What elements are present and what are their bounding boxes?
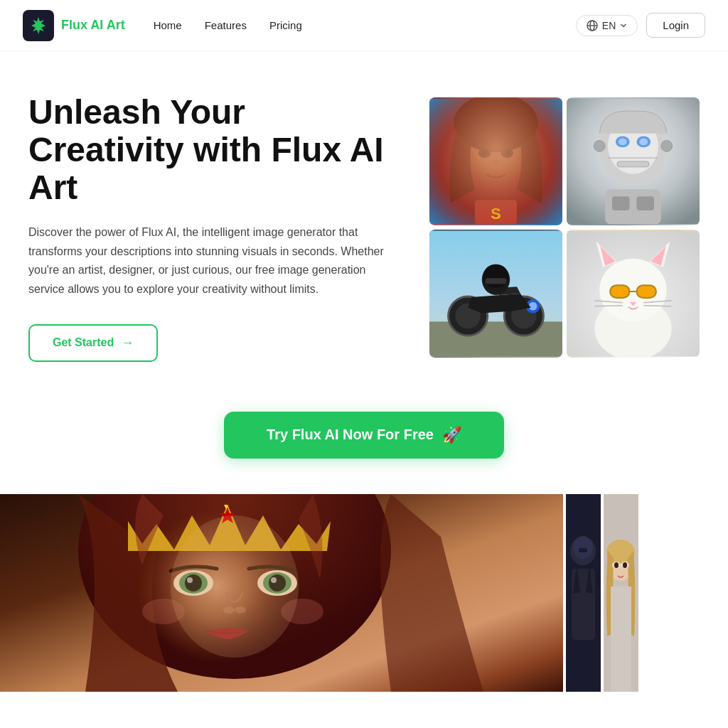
get-started-button[interactable]: Get Started → (28, 324, 158, 362)
svg-point-24 (594, 141, 605, 152)
svg-point-35 (483, 264, 508, 288)
get-started-label: Get Started (53, 336, 114, 349)
svg-rect-47 (611, 287, 628, 297)
cta-button[interactable]: Try Flux AI Now For Free 🚀 (224, 412, 504, 459)
login-button[interactable]: Login (646, 13, 705, 38)
svg-point-9 (505, 150, 510, 156)
svg-rect-36 (486, 279, 507, 284)
svg-point-73 (573, 536, 593, 559)
bottom-strip (0, 494, 728, 692)
robot-svg (567, 97, 700, 225)
hero-image-motorcycle (429, 230, 562, 358)
svg-point-4 (457, 106, 534, 197)
blonde-woman-svg (604, 494, 638, 692)
svg-point-69 (171, 515, 299, 658)
svg-rect-48 (638, 287, 655, 297)
armored-figure-svg (566, 494, 601, 692)
svg-rect-82 (611, 587, 631, 692)
svg-point-25 (661, 141, 673, 152)
svg-point-5 (454, 97, 537, 152)
svg-text:S: S (491, 205, 500, 223)
svg-line-50 (594, 306, 622, 306)
hero-image-robot (567, 97, 700, 225)
logo-icon (23, 10, 54, 41)
hero-description: Discover the power of Flux AI, the intel… (28, 223, 401, 299)
hero-right: S (429, 97, 700, 358)
chevron-down-icon (620, 22, 627, 29)
superhero-svg: S (429, 97, 562, 225)
hero-left: Unleash Your Creativity with Flux AI Art… (28, 94, 401, 362)
svg-point-8 (483, 150, 488, 156)
cta-label: Try Flux AI Now For Free (267, 427, 434, 443)
svg-rect-27 (429, 322, 562, 357)
svg-point-80 (614, 562, 619, 568)
svg-point-6 (478, 149, 491, 159)
hero-image-superhero: S (429, 97, 562, 225)
motorcycle-svg (429, 230, 562, 358)
svg-point-81 (623, 562, 627, 568)
svg-rect-22 (612, 197, 630, 211)
nav-pricing[interactable]: Pricing (269, 19, 302, 31)
arrow-icon: → (121, 336, 134, 350)
svg-rect-3 (429, 99, 562, 225)
hero-title: Unleash Your Creativity with Flux AI Art (28, 94, 401, 206)
svg-rect-23 (636, 197, 654, 211)
nav-right: EN Login (576, 13, 705, 38)
svg-point-17 (619, 139, 627, 146)
svg-point-7 (500, 149, 513, 159)
strip-main-image (0, 494, 563, 692)
globe-icon (587, 20, 598, 31)
strip-side-image-1 (566, 494, 601, 692)
strip-side-image-2 (604, 494, 638, 692)
logo-text: Flux AI Art (61, 18, 125, 33)
cta-section: Try Flux AI Now For Free 🚀 (0, 390, 728, 494)
cat-svg (567, 230, 700, 358)
navbar: Flux AI Art Home Features Pricing EN Log… (0, 0, 728, 51)
logo-area: Flux AI Art (23, 10, 125, 41)
nav-features[interactable]: Features (205, 19, 247, 31)
hero-image-cat (567, 230, 700, 358)
rocket-icon: 🚀 (442, 426, 461, 444)
nav-home[interactable]: Home (154, 19, 182, 31)
wonder-woman-svg (0, 494, 563, 692)
svg-line-52 (643, 306, 671, 306)
svg-rect-20 (617, 161, 649, 167)
svg-point-33 (529, 302, 537, 311)
language-selector[interactable]: EN (576, 15, 638, 36)
svg-point-18 (639, 139, 648, 146)
svg-rect-74 (579, 548, 587, 552)
nav-links: Home Features Pricing (154, 19, 302, 32)
hero-section: Unleash Your Creativity with Flux AI Art… (0, 51, 728, 390)
lang-label: EN (602, 20, 616, 31)
hero-image-grid: S (429, 97, 700, 358)
svg-rect-10 (475, 200, 517, 225)
